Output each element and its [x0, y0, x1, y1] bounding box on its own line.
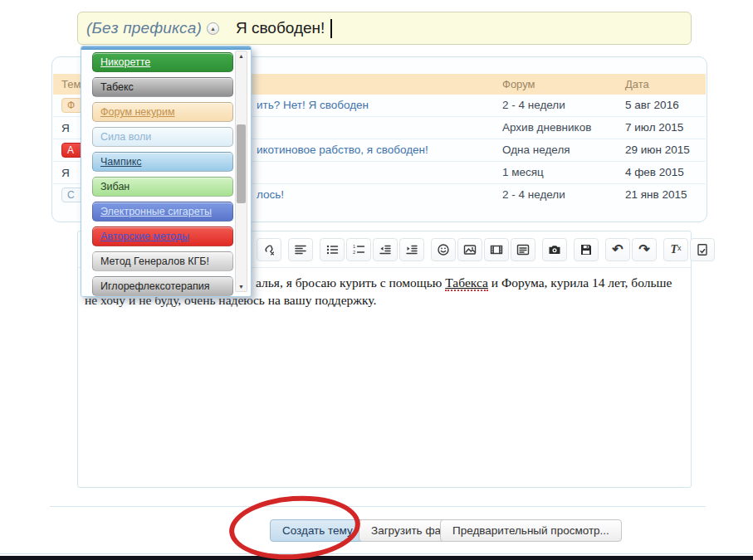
date-cell: 5 авг 2016: [625, 99, 679, 111]
bottom-divider: [0, 553, 753, 554]
bullet-list-icon: [325, 243, 339, 256]
toolbar-group: Tx: [663, 238, 715, 261]
prefix-option[interactable]: Зибан: [92, 177, 233, 197]
create-topic-button[interactable]: Создать тему: [270, 519, 365, 542]
dropdown-selected-strip: [81, 46, 251, 50]
svg-text:2: 2: [353, 250, 355, 255]
prefix-option[interactable]: Сила воли: [92, 127, 233, 147]
toolbar-group: [257, 238, 281, 261]
prefix-option[interactable]: Метод Генералов КГБ!: [92, 251, 233, 271]
undo-icon: ↶: [612, 241, 623, 257]
topic-title-input[interactable]: (Без префикса) ▴ Я свободен!: [77, 12, 692, 45]
forum-cell: 2 - 4 недели: [502, 188, 565, 201]
align-button[interactable]: [288, 238, 313, 261]
topic-link[interactable]: лось!: [257, 188, 284, 201]
prefix-chevron-icon[interactable]: ▴: [207, 22, 219, 35]
toolbar-group: 12: [320, 238, 424, 261]
preview-button[interactable]: Предварительный просмотр...: [440, 519, 622, 542]
media-icon: [490, 243, 503, 256]
remove-format-icon: Tx: [670, 243, 681, 256]
outdent-button[interactable]: [373, 238, 398, 261]
date-cell: 21 янв 2015: [625, 188, 687, 201]
save-button[interactable]: [574, 238, 599, 261]
unlink-icon: [262, 243, 276, 256]
undo-button[interactable]: ↶: [605, 238, 630, 261]
scroll-down-icon[interactable]: ▼: [236, 284, 247, 290]
toolbar-group: [574, 238, 599, 261]
topic-link[interactable]: икотиновое рабство, я свободен!: [257, 144, 428, 156]
prefix-selector[interactable]: (Без префикса): [86, 19, 202, 37]
misspelled-word: Табекса: [445, 275, 488, 291]
scroll-up-icon[interactable]: ▲: [236, 53, 247, 59]
forum-cell: 1 месяц: [502, 166, 544, 178]
spellcheck-button[interactable]: [690, 238, 715, 261]
blockquote-icon: [516, 243, 530, 256]
column-header-forum: Форум: [502, 78, 535, 90]
forum-cell: 2 - 4 недели: [502, 99, 565, 111]
prefix-dropdown-menu: НикореттеТабексФорум некуримСила волиЧам…: [81, 46, 252, 297]
smiley-icon: [437, 243, 450, 256]
prefix-option[interactable]: Никоретте: [92, 52, 233, 72]
forum-cell: Одна неделя: [502, 144, 570, 156]
blockquote-button[interactable]: [511, 238, 535, 261]
date-cell: 7 июл 2015: [625, 121, 683, 134]
bullet-list-button[interactable]: [320, 238, 345, 261]
prefix-option[interactable]: Табекс: [92, 77, 233, 97]
redo-button[interactable]: ↷: [632, 238, 657, 261]
remove-format-button[interactable]: Tx: [663, 238, 688, 261]
unlink-button[interactable]: [257, 238, 281, 261]
prefix-option[interactable]: Электронные сигареты: [92, 202, 233, 222]
indent-button[interactable]: [399, 238, 424, 261]
toolbar-group: [288, 238, 313, 261]
prefix-options-list: НикореттеТабексФорум некуримСила волиЧам…: [92, 52, 233, 301]
prefix-option[interactable]: Форум некурим: [92, 102, 233, 122]
toolbar-group: ↶↷: [605, 238, 657, 261]
numbered-list-icon: 12: [352, 243, 365, 256]
toolbar-group: [431, 238, 535, 261]
smiley-button[interactable]: [431, 238, 456, 261]
indent-icon: [405, 243, 418, 256]
camera-icon: [548, 243, 561, 256]
outdent-icon: [379, 243, 392, 256]
svg-text:1: 1: [353, 244, 355, 249]
spellcheck-icon: [696, 243, 709, 256]
footer-divider: [50, 506, 706, 507]
media-button[interactable]: [484, 238, 509, 261]
topic-link[interactable]: ить? Нет! Я свободен: [257, 99, 369, 111]
editor-line-1: алья, я бросаю курить с помощью Табекса …: [256, 274, 684, 291]
numbered-list-button[interactable]: 12: [346, 238, 371, 261]
image-icon: [463, 243, 477, 256]
topic-title-text: Я свободен!: [236, 19, 325, 37]
scrollbar-thumb[interactable]: [237, 124, 246, 203]
camera-button[interactable]: [542, 238, 567, 261]
toolbar-group: [542, 238, 567, 261]
column-header-date: Дата: [625, 78, 649, 90]
prefix-option[interactable]: Авторские методы: [92, 226, 233, 246]
save-icon: [579, 243, 593, 256]
prefix-option[interactable]: Иглорефлексотерапия: [92, 276, 233, 296]
dropdown-scrollbar[interactable]: ▲ ▼: [235, 51, 247, 292]
forum-cell: Архив дневников: [502, 121, 591, 134]
date-cell: 4 фев 2015: [625, 166, 684, 178]
redo-icon: ↷: [638, 241, 649, 257]
text-cursor: [330, 19, 332, 38]
date-cell: 29 июн 2015: [625, 144, 690, 156]
align-icon: [294, 243, 307, 256]
image-button[interactable]: [457, 238, 482, 261]
screen-bottom-bar: [0, 556, 753, 560]
prefix-option[interactable]: Чампикс: [92, 152, 233, 172]
